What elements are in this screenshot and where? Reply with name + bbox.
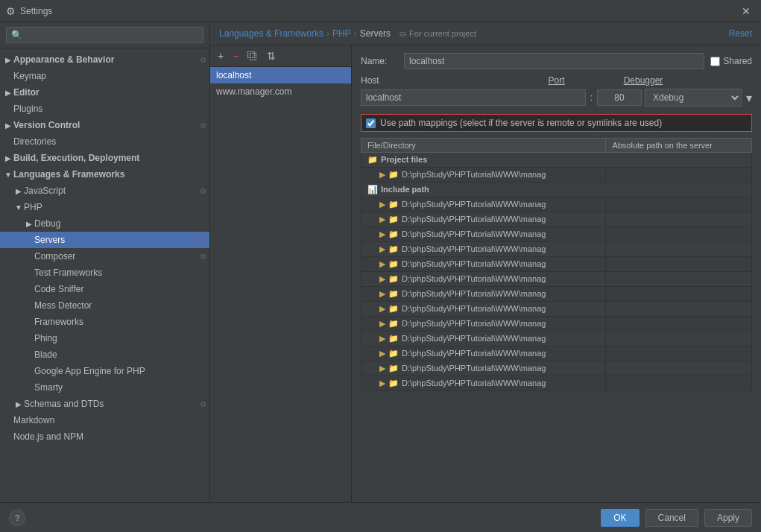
table-row: ▶📁D:\phpStudy\PHPTutorial\WWW\manag	[361, 197, 752, 212]
table-row: ▶📁D:\phpStudy\PHPTutorial\WWW\manag	[361, 257, 752, 272]
arrow-icon: ▼	[13, 203, 24, 212]
file-path-cell: ▶📁D:\phpStudy\PHPTutorial\WWW\manag	[361, 346, 606, 361]
sidebar-item-directories[interactable]: Directories	[0, 133, 209, 150]
sidebar-item-label: Composer	[34, 251, 75, 262]
table-row: ▶📁D:\phpStudy\PHPTutorial\WWW\manag	[361, 332, 752, 346]
sidebar-item-schemas-dtds[interactable]: ▶ Schemas and DTDs ⚙	[0, 396, 209, 412]
search-box	[0, 22, 209, 48]
window-title: Settings	[20, 6, 52, 16]
gear-icon: ⚙	[200, 236, 206, 244]
sidebar-item-build[interactable]: ▶ Build, Execution, Deployment	[0, 150, 209, 166]
copy-server-button[interactable]: ⿻	[244, 48, 261, 63]
file-path-cell: ▶📁D:\phpStudy\PHPTutorial\WWW\manag	[361, 302, 606, 317]
sidebar: ▶ Appearance & Behavior ⚙ Keymap ▶ Edito…	[0, 22, 210, 502]
apply-button[interactable]: Apply	[704, 509, 752, 527]
host-header: Host	[361, 75, 489, 86]
sidebar-item-code-sniffer[interactable]: Code Sniffer	[0, 281, 209, 297]
arrow-icon: ▼	[3, 171, 13, 179]
sidebar-item-servers[interactable]: Servers ⚙	[0, 232, 209, 248]
sidebar-item-version-control[interactable]: ▶ Version Control ⚙	[0, 117, 209, 133]
breadcrumb: Languages & Frameworks › PHP › Servers F…	[210, 22, 761, 45]
sidebar-item-mess-detector[interactable]: Mess Detector	[0, 297, 209, 314]
path-mapping-checkbox[interactable]	[366, 118, 376, 128]
help-button[interactable]: ?	[9, 510, 25, 526]
name-input[interactable]	[404, 53, 704, 69]
file-path-cell: ▶📁D:\phpStudy\PHPTutorial\WWW\manag	[361, 332, 606, 346]
sidebar-item-phing[interactable]: Phing	[0, 330, 209, 346]
close-button[interactable]: ✕	[737, 4, 755, 19]
sidebar-item-markdown[interactable]: Markdown	[0, 412, 209, 428]
project-label: For current project	[409, 29, 476, 38]
content-area: Languages & Frameworks › PHP › Servers F…	[210, 22, 761, 502]
sidebar-item-frameworks[interactable]: Frameworks	[0, 314, 209, 330]
breadcrumb-project: For current project	[400, 29, 476, 39]
abs-path-cell	[606, 376, 752, 391]
table-row: ▶📁D:\phpStudy\PHPTutorial\WWW\manag	[361, 317, 752, 332]
sidebar-item-languages[interactable]: ▼ Languages & Frameworks	[0, 166, 209, 183]
debugger-dropdown-arrow[interactable]: ▾	[746, 91, 752, 105]
sidebar-item-label: Google App Engine for PHP	[34, 366, 145, 376]
move-server-button[interactable]: ⇅	[264, 48, 279, 63]
name-row: Name: Shared	[361, 53, 752, 69]
app-icon: ⚙	[6, 5, 16, 17]
table-row: 📊Include path	[361, 183, 752, 197]
file-path-cell: ▶📁D:\phpStudy\PHPTutorial\WWW\manag	[361, 212, 606, 227]
breadcrumb-php[interactable]: PHP	[332, 28, 351, 39]
cancel-button[interactable]: Cancel	[645, 509, 698, 527]
arrow-icon: ▶	[3, 121, 13, 130]
breadcrumb-languages[interactable]: Languages & Frameworks	[219, 28, 323, 39]
abs-path-cell	[606, 302, 752, 317]
reset-button[interactable]: Reset	[729, 28, 752, 39]
sidebar-item-appearance[interactable]: ▶ Appearance & Behavior ⚙	[0, 51, 209, 68]
sidebar-item-node-npm[interactable]: Node.js and NPM	[0, 428, 209, 445]
sidebar-item-smarty[interactable]: Smarty	[0, 379, 209, 396]
table-row: ▶📁D:\phpStudy\PHPTutorial\WWW\manag	[361, 346, 752, 361]
server-panel: + − ⿻ ⇅ localhost www.manager.com	[210, 45, 761, 502]
sidebar-item-test-frameworks[interactable]: Test Frameworks	[0, 265, 209, 281]
table-row: 📁Project files	[361, 153, 752, 168]
remove-server-button[interactable]: −	[230, 48, 241, 63]
port-input[interactable]	[597, 89, 642, 106]
shared-checkbox[interactable]	[710, 57, 720, 66]
mapping-table: File/Directory Absolute path on the serv…	[361, 138, 752, 391]
server-name: www.manager.com	[216, 86, 291, 97]
file-path-cell: ▶📁D:\phpStudy\PHPTutorial\WWW\manag	[361, 287, 606, 302]
add-server-button[interactable]: +	[215, 48, 227, 63]
server-item-localhost[interactable]: localhost	[210, 67, 351, 83]
sidebar-item-label: Test Frameworks	[34, 267, 102, 278]
sidebar-item-label: Appearance & Behavior	[13, 54, 114, 65]
breadcrumb-sep1: ›	[326, 28, 329, 39]
gear-icon: ⚙	[200, 400, 206, 408]
search-input[interactable]	[6, 27, 203, 43]
table-row: ▶📁D:\phpStudy\PHPTutorial\WWW\manag	[361, 361, 752, 376]
host-input-row: : Xdebug Zend Debugger ▾	[361, 89, 752, 107]
shared-checkbox-container: Shared	[710, 56, 752, 66]
gear-icon: ⚙	[200, 56, 206, 64]
title-bar: ⚙ Settings ✕	[0, 0, 761, 22]
ok-button[interactable]: OK	[601, 509, 639, 527]
sidebar-item-plugins[interactable]: Plugins	[0, 101, 209, 117]
sidebar-item-blade[interactable]: Blade	[0, 346, 209, 363]
arrow-icon: ▶	[24, 220, 34, 228]
sidebar-item-php[interactable]: ▼ PHP	[0, 199, 209, 215]
sidebar-item-editor[interactable]: ▶ Editor	[0, 84, 209, 101]
abs-path-cell	[606, 257, 752, 272]
sidebar-item-label: Keymap	[13, 71, 46, 81]
sidebar-item-google-app-engine[interactable]: Google App Engine for PHP	[0, 363, 209, 379]
col-file-directory: File/Directory	[361, 139, 606, 153]
sidebar-item-label: Markdown	[13, 415, 54, 425]
sidebar-item-label: Version Control	[13, 120, 80, 130]
server-item-manager[interactable]: www.manager.com	[210, 83, 351, 100]
host-input[interactable]	[361, 89, 586, 106]
sidebar-item-keymap[interactable]: Keymap	[0, 68, 209, 84]
sidebar-item-composer[interactable]: Composer ⚙	[0, 248, 209, 265]
debugger-select[interactable]: Xdebug Zend Debugger	[645, 89, 742, 107]
file-path-cell: ▶📁D:\phpStudy\PHPTutorial\WWW\manag	[361, 242, 606, 257]
sidebar-item-javascript[interactable]: ▶ JavaScript ⚙	[0, 183, 209, 199]
sidebar-item-label: Build, Execution, Deployment	[13, 153, 139, 163]
server-name: localhost	[216, 70, 251, 80]
sidebar-item-debug[interactable]: ▶ Debug	[0, 215, 209, 232]
file-path-cell: ▶📁D:\phpStudy\PHPTutorial\WWW\manag	[361, 257, 606, 272]
sidebar-item-label: Plugins	[13, 104, 42, 114]
sidebar-item-label: Schemas and DTDs	[24, 399, 104, 409]
